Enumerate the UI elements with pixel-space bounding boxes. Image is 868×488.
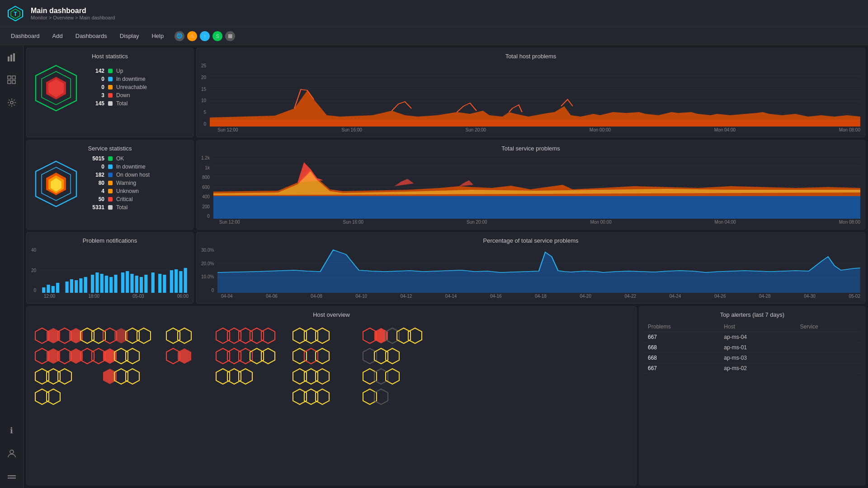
app-title: Main dashboard Monitor > Overview > Main… — [31, 7, 115, 20]
service-stats-content: 5015 OK 0 In downtime 182 On down host — [31, 155, 189, 212]
svg-rect-70 — [163, 275, 166, 293]
svg-rect-48 — [47, 285, 50, 293]
problem-notifications-chart: 40200 — [31, 248, 189, 293]
svg-rect-6 — [8, 76, 11, 79]
service-problems-chart: 1.2k1k8006004002000 — [201, 155, 860, 219]
svg-marker-41 — [395, 179, 414, 186]
svg-rect-71 — [170, 270, 173, 293]
svc-stat-warning: 80 Warning — [88, 180, 150, 186]
percentage-x-labels: 04-0404-0604-0804-1004-1204-1404-1604-18… — [201, 293, 860, 299]
sidebar-icon-bar-chart[interactable] — [5, 51, 19, 64]
nav-display[interactable]: Display — [114, 31, 145, 41]
table-row[interactable]: 668 ap-ms-01 — [644, 343, 860, 353]
svg-rect-3 — [8, 56, 9, 61]
table-row[interactable]: 667 ap-ms-02 — [644, 363, 860, 374]
row-4: Host overview — [26, 306, 865, 485]
svc-stat-unknown: 4 Unknown — [88, 188, 150, 194]
service-stats-list: 5015 OK 0 In downtime 182 On down host — [88, 155, 150, 212]
svg-rect-53 — [75, 280, 78, 293]
svg-rect-50 — [56, 283, 59, 293]
svg-rect-63 — [126, 271, 129, 293]
host-problems-title: Total host problems — [201, 53, 860, 60]
svg-rect-5 — [13, 53, 15, 61]
nav-icon-grid[interactable]: ▦ — [225, 31, 235, 41]
host-hex-icon — [31, 63, 81, 113]
table-row[interactable]: 667 ap-ms-04 — [644, 332, 860, 343]
nav-icon-warning[interactable]: ⚠ — [187, 31, 197, 41]
svg-rect-72 — [175, 269, 178, 293]
svg-rect-8 — [8, 80, 11, 84]
main-content: Host statistics 142 Up — [24, 45, 868, 488]
percentage-service-title: Percentage of total service problems — [201, 237, 860, 244]
app-logo: T — [7, 5, 24, 22]
problem-notifications-panel: Problem notifications 40200 — [26, 232, 193, 304]
nav-bar: Dashboard Add Dashboards Display Help 🌐 … — [0, 27, 868, 45]
svg-point-11 — [10, 450, 14, 454]
svg-rect-47 — [42, 287, 45, 293]
svg-marker-43 — [213, 171, 860, 195]
alerters-table: Problems Host Service 667 ap-ms-04 668 a… — [644, 322, 860, 374]
svc-stat-critical: 50 Critical — [88, 196, 150, 202]
row-2: Service statistics 5015 OK — [26, 140, 865, 230]
host-overview-title: Host overview — [31, 311, 632, 318]
svg-rect-59 — [105, 276, 108, 293]
svg-rect-51 — [66, 282, 69, 293]
svg-rect-74 — [184, 268, 187, 293]
nav-icon-group: 🌐 ⚠ ↑ S ▦ — [175, 31, 235, 41]
sidebar-icon-user[interactable] — [5, 446, 19, 460]
host-stats-list: 142 Up 0 In downtime 0 Unreachable — [88, 68, 147, 108]
svg-marker-25 — [210, 90, 860, 127]
sidebar-icon-grid[interactable] — [5, 73, 19, 87]
svg-rect-4 — [10, 55, 12, 61]
svg-rect-54 — [79, 278, 82, 293]
total-host-problems-panel: Total host problems 2520151050 — [196, 48, 865, 137]
service-problems-x-labels: Sun 12:00Sun 16:00Sun 20:00Mon 00:00Mon … — [201, 219, 860, 225]
svg-rect-13 — [8, 478, 16, 479]
host-stats-title: Host statistics — [31, 53, 189, 60]
nav-dashboard[interactable]: Dashboard — [5, 31, 45, 41]
nav-add[interactable]: Add — [47, 31, 68, 41]
service-stats-title: Service statistics — [31, 145, 189, 152]
service-hex-icon — [31, 159, 81, 209]
nav-icon-globe[interactable]: 🌐 — [175, 31, 184, 41]
percentage-service-problems-panel: Percentage of total service problems 30.… — [196, 232, 865, 304]
sidebar-icon-gear[interactable] — [5, 96, 19, 109]
table-row[interactable]: 668 ap-ms-03 — [644, 353, 860, 363]
svg-rect-58 — [100, 274, 104, 293]
nav-dashboards[interactable]: Dashboards — [70, 31, 113, 41]
service-statistics-panel: Service statistics 5015 OK — [26, 140, 193, 230]
col-host: Host — [720, 322, 796, 332]
svg-rect-57 — [95, 272, 99, 293]
nav-icon-spotify[interactable]: S — [212, 31, 222, 41]
total-service-problems-panel: Total service problems 1.2k1k80060040020… — [196, 140, 865, 230]
svg-rect-9 — [12, 80, 15, 84]
breadcrumb: Monitor > Overview > Main dashboard — [31, 15, 115, 20]
sidebar-icon-info[interactable]: ℹ — [5, 424, 19, 437]
host-stat-total: 145 Total — [88, 100, 147, 107]
nav-icon-up[interactable]: ↑ — [200, 31, 210, 41]
svg-rect-62 — [121, 272, 124, 293]
host-statistics-panel: Host statistics 142 Up — [26, 48, 193, 137]
host-stats-content: 142 Up 0 In downtime 0 Unreachable — [31, 63, 189, 113]
host-overview-panel: Host overview — [26, 306, 637, 485]
svc-stat-on-down-host: 182 On down host — [88, 172, 150, 178]
svg-point-10 — [10, 101, 13, 104]
host-stat-down: 3 Down — [88, 92, 147, 99]
nav-help[interactable]: Help — [146, 31, 169, 41]
service-problems-title: Total service problems — [201, 145, 860, 152]
svg-rect-67 — [144, 275, 147, 293]
sidebar-icon-collapse[interactable] — [5, 469, 19, 483]
row-1: Host statistics 142 Up — [26, 48, 865, 137]
host-stat-up: 142 Up — [88, 68, 147, 74]
col-service: Service — [797, 322, 860, 332]
svc-stat-ok: 5015 OK — [88, 155, 150, 162]
svg-text:T: T — [14, 11, 17, 17]
percentage-service-chart: 30.0%20.0%10.0%0 — [201, 248, 860, 293]
host-problems-chart: 2520151050 — [201, 63, 860, 127]
host-overview-hexes — [31, 322, 632, 407]
svg-rect-65 — [135, 276, 138, 293]
row-3: Problem notifications 40200 — [26, 232, 865, 304]
problem-notifications-title: Problem notifications — [31, 237, 189, 244]
top-alerters-title: Top alerters (last 7 days) — [644, 311, 860, 318]
svg-rect-12 — [8, 475, 16, 476]
